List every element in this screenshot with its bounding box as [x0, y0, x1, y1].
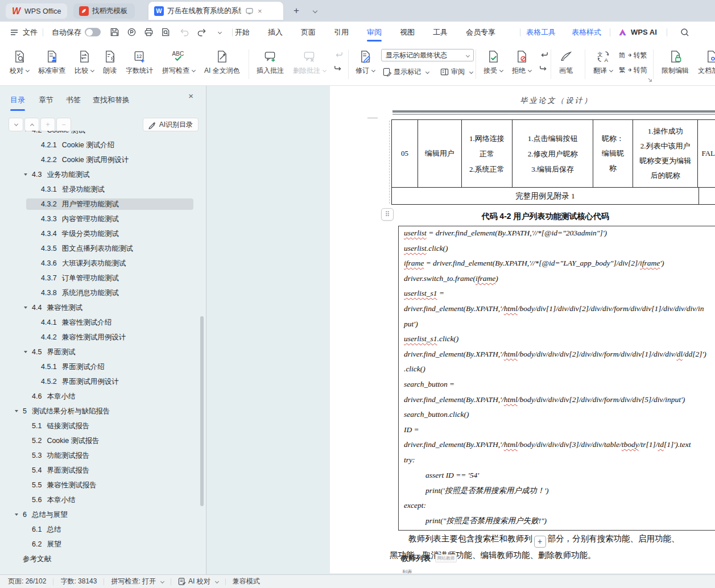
outline-item[interactable]: 4.4兼容性测试 [0, 300, 200, 315]
outline-item[interactable]: 6总结与展望 [0, 507, 200, 522]
tab-view[interactable]: 视图 [399, 22, 415, 43]
outline-item[interactable]: 4.4.1兼容性测试介绍 [0, 315, 200, 330]
encrypt-document-button[interactable]: 文档加密 [695, 46, 715, 74]
accept-button[interactable]: 接受 [481, 46, 506, 74]
previous-comment-icon[interactable] [332, 49, 345, 60]
markup-state-select[interactable]: 显示标记的最终状态 [381, 49, 474, 61]
search-icon[interactable] [678, 26, 692, 39]
outline-item[interactable]: 4.2.1Cookie 测试介绍 [0, 138, 200, 152]
proofread-button[interactable]: 校对 [7, 46, 32, 74]
outline-item[interactable]: 4.3.8系统消息功能测试 [0, 285, 200, 300]
outline-item[interactable]: 4.3.2用户管理功能测试 [0, 197, 200, 212]
tab-tools[interactable]: 工具 [432, 22, 448, 43]
ai-polish-button[interactable]: AI 全文润色 [201, 46, 243, 74]
tab-preview-icon[interactable] [246, 8, 253, 14]
redo-icon[interactable] [195, 26, 208, 39]
new-tab-button[interactable]: + [290, 5, 303, 17]
outline-item[interactable]: 4.2.2Cookie 测试用例设计 [0, 152, 200, 167]
file-menu[interactable]: 文件 [23, 27, 38, 38]
reject-button[interactable]: 拒绝 [509, 46, 534, 74]
outline-expand-button[interactable] [24, 118, 39, 131]
group-expander-icon[interactable] [647, 74, 652, 85]
outline-item[interactable]: 6.1总结 [0, 522, 200, 537]
hamburger-menu-icon[interactable] [7, 26, 21, 39]
collapse-triangle-icon[interactable] [24, 307, 32, 309]
table-footer-cell[interactable]: 完整用例见附录 1 [392, 188, 699, 204]
outline-item[interactable]: 4.3.6大班课列表功能测试 [0, 256, 200, 271]
outline-item[interactable]: 5.3功能测试报告 [0, 448, 200, 463]
tab-docer-templates[interactable]: 找稻壳模板 [73, 3, 135, 19]
outline-item[interactable]: 5.1链接测试报告 [0, 419, 200, 433]
sidebar-tab-bookmarks[interactable]: 书签 [66, 95, 81, 106]
show-markup-button[interactable]: 显示标记 [381, 66, 431, 77]
autosave-toggle[interactable] [85, 28, 101, 36]
undo-icon[interactable] [177, 26, 191, 39]
delete-comment-button[interactable]: 删除批注 [290, 46, 329, 74]
tab-page[interactable]: 页面 [300, 22, 316, 43]
tab-home[interactable]: 开始 [234, 22, 250, 43]
tab-member[interactable]: 会员专享 [465, 22, 496, 43]
sidebar-tab-find-replace[interactable]: 查找和替换 [93, 95, 130, 106]
ai-proof-button[interactable]: AI 校对 [178, 577, 218, 586]
table-cell-result[interactable]: FAL [698, 120, 715, 187]
outline-item[interactable]: 4.5.2界面测试用例设计 [0, 374, 200, 389]
spellcheck-status-button[interactable]: 拼写检查: 打开 [111, 577, 164, 586]
sidebar-tab-contents[interactable]: 目录 [10, 95, 25, 106]
table-cell-steps[interactable]: 1.点击编辑按钮 2.修改用户昵称 3.编辑后保存 [513, 120, 593, 187]
print-preview-icon[interactable] [159, 26, 172, 39]
print-icon[interactable] [142, 26, 155, 39]
more-commands-caret-icon[interactable] [212, 26, 225, 39]
collapse-triangle-icon[interactable] [15, 514, 23, 516]
compare-button[interactable]: 比较 [72, 46, 97, 74]
tab-reference[interactable]: 引用 [333, 22, 349, 43]
tab-insert[interactable]: 插入 [267, 22, 283, 43]
outline-item[interactable]: 4.3.7订单管理功能测试 [0, 271, 200, 285]
outline-item[interactable]: 4.5.1界面测试介绍 [0, 359, 200, 374]
restrict-editing-button[interactable]: 限制编辑 [659, 46, 692, 74]
quick-insert-plus-button[interactable]: + [534, 536, 546, 548]
table-cell-id[interactable]: 05 [392, 120, 418, 187]
outline-item[interactable]: 5.5兼容性测试报告 [0, 478, 200, 492]
outline-item[interactable]: 6.2展望 [0, 537, 200, 552]
ink-pen-button[interactable]: 画笔 [556, 46, 576, 74]
collapse-triangle-icon[interactable] [24, 173, 32, 176]
outline-collapse-button[interactable] [9, 118, 23, 131]
outline-item[interactable]: 5.2Cookie 测试报告 [0, 433, 200, 448]
collapse-triangle-icon[interactable] [15, 410, 23, 412]
tab-wps-ai[interactable]: WPS AI [630, 23, 658, 42]
next-change-icon[interactable] [538, 63, 550, 73]
table-cell-name[interactable]: 编辑用户 [418, 120, 462, 187]
outline-item[interactable]: 5测试结果分析与缺陷报告 [0, 404, 200, 419]
outline-item[interactable]: 5.4界面测试报告 [0, 463, 200, 478]
standard-review-button[interactable]: 标准审查 [35, 46, 68, 74]
track-changes-button[interactable]: 修订 [353, 46, 378, 74]
collapse-triangle-icon[interactable] [24, 351, 32, 353]
next-comment-icon[interactable] [332, 63, 345, 73]
outline-item[interactable]: 4.5界面测试 [0, 345, 200, 359]
table-cell-precondition[interactable]: 1.网络连接 正常 2.系统正常 [462, 120, 513, 187]
outline-item[interactable]: 4.3.3内容管理功能测试 [0, 212, 200, 226]
sidebar-scrollbar[interactable] [200, 316, 204, 506]
tab-table-style[interactable]: 表格样式 [571, 22, 602, 43]
outline-item[interactable]: 5.6本章小结 [0, 492, 200, 507]
tab-table-tools[interactable]: 表格工具 [526, 22, 556, 43]
save-icon[interactable] [108, 26, 121, 39]
simplified-to-traditional-button[interactable]: 简 转繁 [619, 51, 647, 60]
word-count-button[interactable]: 12 字数统计 [123, 46, 156, 74]
outline-zoom-in-button[interactable]: + [40, 118, 55, 131]
insert-comment-button[interactable]: 插入批注 [254, 46, 287, 74]
outline-item[interactable]: 参考文献 [0, 552, 200, 566]
ai-recognize-outline-button[interactable]: AI识别目录 [143, 118, 199, 131]
tab-wps-office[interactable]: W WPS Office [6, 3, 67, 19]
collapse-triangle-icon[interactable] [24, 131, 32, 131]
table-cell-input[interactable]: 昵称： 编辑昵 称 [593, 120, 633, 187]
tab-review[interactable]: 审阅 [366, 22, 382, 43]
review-pane-button[interactable]: 审阅 [439, 66, 474, 77]
read-aloud-button[interactable]: 朗读 [100, 46, 119, 74]
outline-item[interactable]: 4.3.4学级分类功能测试 [0, 226, 200, 241]
outline-item[interactable]: 4.3.1登录功能测试 [0, 182, 200, 197]
previous-change-icon[interactable] [538, 49, 550, 60]
tab-close-icon[interactable]: × [258, 7, 262, 15]
outline-item[interactable]: 4.2Cookie 测试 [0, 131, 200, 138]
sidebar-close-icon[interactable]: × [188, 92, 193, 100]
